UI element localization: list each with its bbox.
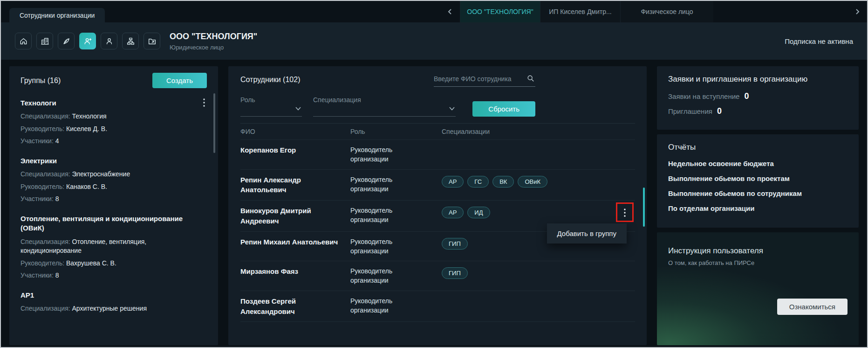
manager-label: Руководитель: — [21, 125, 64, 132]
column-header-role: Роль — [350, 128, 442, 135]
employees-title: Сотрудники (102) — [240, 76, 300, 84]
profile-button[interactable] — [101, 33, 117, 49]
employee-search[interactable] — [434, 73, 535, 87]
group-name: Электрики — [21, 156, 195, 166]
groups-panel: Группы (16) Создать Технологи Специализа… — [9, 66, 218, 345]
search-icon — [527, 75, 534, 82]
projects-button[interactable] — [58, 33, 75, 49]
tabs-scroll-right-button[interactable] — [847, 1, 867, 22]
report-link-weekly-budget[interactable]: Недельное освоение бюджета — [668, 160, 847, 167]
employee-name: Мирзаянов Фаяз — [240, 266, 338, 277]
report-link-departments[interactable]: По отделам организации — [668, 204, 847, 212]
spec-value: Технология — [72, 112, 107, 120]
employees-scrollbar[interactable] — [643, 188, 645, 227]
person-add-icon — [83, 37, 92, 46]
employees-button[interactable] — [79, 33, 96, 49]
instruction-subtitle: О том, как работать на ПИРСе — [668, 259, 847, 266]
group-item[interactable]: Отопление, вентиляция и кондиционировани… — [21, 214, 207, 280]
employee-role: Руководитель организации — [350, 206, 403, 225]
column-header-specializations: Специализации — [442, 128, 615, 135]
table-row[interactable]: Винокуров Дмитрий Андреевич Руководитель… — [240, 201, 635, 232]
members-value: 4 — [55, 137, 59, 145]
report-link-projects-volume[interactable]: Выполнение обьемов по проектам — [668, 174, 847, 182]
group-name: АР1 — [21, 291, 195, 300]
folder-share-icon — [148, 37, 157, 46]
specialization-filter-label: Специализация — [313, 96, 361, 104]
requests-label: Заявки на вступление — [668, 92, 739, 100]
person-icon — [105, 37, 114, 46]
members-label: Участники: — [21, 195, 54, 202]
org-title-block: ООО "ТЕХНОЛОГИЯ" Юридическое лицо — [170, 32, 257, 51]
employees-table: ФИО Роль Специализации Корепанов Егор Ру… — [240, 123, 635, 322]
manager-value: Канаков С. В. — [66, 183, 107, 190]
org-tab-ip-kiselev[interactable]: ИП Киселев Дмитр... — [540, 1, 620, 22]
group-menu-button[interactable] — [198, 97, 210, 109]
group-item[interactable]: Технологи Специализация: Технология Руко… — [21, 98, 207, 146]
manager-label: Руководитель: — [21, 259, 64, 267]
invitations-count: 0 — [717, 106, 722, 116]
instruction-open-button[interactable]: Ознакомиться — [777, 299, 847, 315]
organizations-button[interactable] — [36, 33, 53, 49]
groups-scrollbar[interactable] — [213, 93, 215, 153]
members-label: Участники: — [21, 137, 54, 145]
tabs-scroll-left-button[interactable] — [440, 1, 460, 22]
org-tab-tehnologiya[interactable]: ООО "ТЕХНОЛОГИЯ" — [460, 1, 540, 22]
specialization-badge: АР — [442, 207, 464, 218]
employees-filters: Сотрудники (102) Роль Специализация — [240, 73, 535, 117]
structure-icon — [126, 37, 135, 46]
header-toolbar — [15, 33, 160, 49]
report-link-employees-volume[interactable]: Выполнение обьемов по сотрудникам — [668, 189, 847, 197]
specialization-filter-select[interactable]: Специализация — [313, 96, 456, 117]
page-tab-label: Сотрудники организации — [20, 12, 95, 19]
employee-search-input[interactable] — [434, 75, 523, 83]
employee-role: Руководитель организации — [350, 145, 403, 164]
invitations-label: Приглашения — [668, 107, 712, 115]
topbar-spacer — [105, 1, 440, 22]
kebab-icon — [624, 209, 626, 217]
employee-menu-button[interactable] — [619, 206, 630, 220]
org-tab-fizicheskoe-lico[interactable]: Физическое лицо — [620, 1, 713, 22]
org-tab-label: Физическое лицо — [641, 8, 693, 15]
employee-name: Винокуров Дмитрий Андреевич — [240, 206, 338, 226]
spec-label: Специализация: — [21, 170, 70, 178]
context-menu-item-add-to-group[interactable]: Добавить в группу — [547, 223, 627, 244]
employee-role: Руководитель организации — [350, 175, 403, 194]
spec-label: Специализация: — [21, 238, 70, 245]
requests-card: Заявки и приглашения в организацию Заявк… — [657, 66, 859, 130]
table-row[interactable]: Репин Александр Анатольевич Руководитель… — [240, 170, 635, 201]
structure-button[interactable] — [122, 33, 139, 49]
pen-icon — [62, 37, 71, 46]
home-button[interactable] — [15, 33, 32, 49]
groups-title: Группы (16) — [21, 77, 61, 85]
instruction-card: Инструкция пользователя О том, как работ… — [657, 232, 859, 345]
page-tab-employees[interactable]: Сотрудники организации — [9, 8, 105, 22]
members-value: 8 — [55, 271, 59, 279]
invitations-line[interactable]: Приглашения 0 — [668, 106, 847, 116]
create-group-button[interactable]: Создать — [152, 73, 207, 88]
requests-line[interactable]: Заявки на вступление 0 — [668, 91, 847, 101]
kebab-icon — [203, 98, 205, 107]
reports-card: Отчёты Недельное освоение бюджета Выполн… — [657, 134, 859, 228]
table-row[interactable]: Корепанов Егор Руководитель организации — [240, 140, 635, 170]
employee-name: Репин Александр Анатольевич — [240, 175, 338, 195]
employee-role: Руководитель организации — [350, 296, 403, 315]
shared-projects-button[interactable] — [144, 33, 160, 49]
table-row[interactable]: Мирзаянов Фаяз Руководитель организации … — [240, 261, 635, 291]
org-header: ООО "ТЕХНОЛОГИЯ" Юридическое лицо Подпис… — [1, 22, 867, 60]
chevron-left-icon — [447, 8, 453, 15]
employee-role: Руководитель организации — [350, 266, 403, 285]
top-bar: Сотрудники организации ООО "ТЕХНОЛОГИЯ" … — [1, 1, 867, 22]
reset-filters-button[interactable]: Сбросить — [472, 101, 535, 117]
group-name: Отопление, вентиляция и кондиционировани… — [21, 214, 195, 233]
table-row[interactable]: Поздеев Сергей Александрович Руководител… — [240, 291, 635, 322]
specialization-badge: ГИП — [442, 238, 468, 250]
table-header: ФИО Роль Специализации — [240, 123, 635, 140]
chevron-right-icon — [854, 8, 861, 15]
manager-value: Киселев Д. В. — [66, 125, 107, 132]
group-item[interactable]: Электрики Специализация: Электроснабжени… — [21, 156, 207, 204]
subscription-status: Подписка не активна — [785, 37, 853, 45]
buildings-icon — [41, 37, 49, 46]
reports-title: Отчёты — [668, 143, 847, 152]
role-filter-select[interactable]: Роль — [240, 96, 302, 117]
group-item[interactable]: АР1 Специализация: Архитектурные решения — [21, 291, 207, 313]
